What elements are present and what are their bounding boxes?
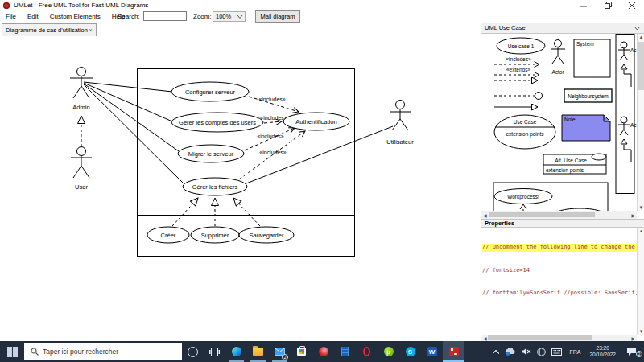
zoom-select[interactable]: 100% — [213, 11, 246, 22]
use-case-comptes[interactable]: Gérer les comptes des users — [171, 113, 263, 132]
microsoft-store-button[interactable] — [291, 341, 312, 362]
scroll-down-icon[interactable]: ▼ — [638, 205, 644, 210]
palette-horizontal-scrollbar[interactable]: ◀ ▶ — [481, 211, 637, 219]
tray-time: 23:20 — [589, 345, 616, 352]
palette-header[interactable]: UML Use Case — [481, 23, 644, 34]
mail-button[interactable]: 2 — [269, 341, 291, 362]
palette-vertical-scrollbar[interactable]: ▲ ▼ — [637, 34, 644, 211]
palette-dashed-circle-line[interactable] — [494, 93, 543, 100]
red-flower-app-button[interactable] — [312, 341, 334, 362]
svg-text:«includes»: «includes» — [257, 134, 284, 139]
word-button[interactable]: W — [421, 341, 443, 362]
palette-actor[interactable]: Actor — [551, 40, 565, 76]
use-case-fichiers[interactable]: Gérer les fichiers — [183, 178, 247, 195]
skype-button[interactable]: S — [399, 341, 421, 362]
palette-workprocess-box[interactable]: Workprocess! — [493, 183, 608, 211]
palette-canvas[interactable]: Use case 1 «includes» «extends» — [481, 34, 637, 211]
svg-text:Ac: Ac — [630, 47, 637, 53]
search-label: Search: — [118, 13, 140, 20]
touch-keyboard-icon[interactable] — [550, 348, 564, 356]
file-explorer-button[interactable] — [247, 341, 269, 362]
menu-custom-elements[interactable]: Custom Elements — [44, 13, 106, 20]
use-case-creer[interactable]: Créer — [147, 227, 189, 243]
palette-use-case-extension[interactable]: Use Case extension points — [494, 115, 555, 149]
taskbar-search-box[interactable]: Taper ici pour rechercher — [24, 343, 182, 360]
use-case-sauvegarder[interactable]: Sauvegarder — [239, 227, 294, 243]
search-input[interactable] — [143, 11, 187, 21]
task-view-button[interactable] — [204, 341, 225, 362]
action-center-button[interactable]: 2 — [621, 347, 641, 356]
actor-user[interactable]: User — [71, 147, 92, 191]
use-case-configurer[interactable]: Configurer serveur — [171, 82, 249, 101]
onedrive-cloud-icon[interactable] — [503, 348, 518, 356]
cortana-button[interactable] — [182, 341, 204, 362]
properties-line: // Uncomment the following line to chang… — [482, 244, 637, 252]
microsoft-store-icon — [297, 348, 306, 356]
scroll-up-icon[interactable]: ▲ — [638, 228, 644, 233]
clock[interactable]: 23:20 20/10/2022 — [586, 345, 619, 358]
properties-vertical-scrollbar[interactable]: ▲ ▼ — [637, 228, 644, 335]
palette-use-case-1[interactable]: Use case 1 — [497, 38, 545, 54]
umlet-taskbar-button[interactable] — [443, 341, 464, 362]
mail-diagram-button[interactable]: Mail diagram — [255, 10, 300, 23]
tray-chevron-up-icon[interactable] — [491, 350, 501, 354]
properties-horizontal-scrollbar[interactable]: ◀ ▶ — [481, 335, 637, 341]
svg-text:Actor: Actor — [551, 69, 564, 75]
menu-edit[interactable]: Edit — [22, 13, 44, 20]
scroll-left-icon[interactable]: ◀ — [483, 335, 487, 341]
scroll-right-icon[interactable]: ▶ — [631, 212, 635, 218]
file-ops-generalizations[interactable] — [172, 198, 260, 226]
scroll-left-icon[interactable]: ◀ — [483, 212, 487, 218]
svg-text:Authentification: Authentification — [295, 118, 336, 125]
tab-close-icon[interactable]: × — [89, 27, 93, 34]
palette-alt-use-case[interactable]: Alt. Use Case extension points — [543, 154, 606, 174]
properties-line: // fontfamily=SansSerif //possible: Sans… — [482, 290, 637, 298]
use-case-supprimer[interactable]: Supprimer — [191, 227, 239, 243]
svg-text:extension points: extension points — [546, 167, 584, 174]
menu-file[interactable]: File — [0, 13, 22, 20]
close-icon[interactable] — [620, 0, 644, 10]
task-view-icon — [209, 348, 220, 356]
scroll-up-icon[interactable]: ▲ — [638, 35, 644, 39]
opera-button[interactable] — [356, 341, 378, 362]
calculator-button[interactable] — [334, 341, 356, 362]
taskbar-search-placeholder: Taper ici pour rechercher — [43, 348, 118, 356]
tray-date: 20/10/2022 — [589, 352, 616, 358]
admin-associations[interactable] — [84, 82, 184, 184]
restore-icon[interactable] — [596, 0, 620, 10]
start-button[interactable] — [0, 341, 24, 362]
notification-icon — [626, 347, 637, 356]
diagram-canvas[interactable]: «includes» «includes» «includes» «includ… — [0, 36, 481, 341]
palette-actor-hierarchy-box[interactable]: Ac Ac — [616, 35, 637, 194]
svg-text:Supprimer: Supprimer — [201, 232, 229, 239]
use-cases: Configurer serveur Gérer les comptes des… — [147, 82, 349, 243]
search-icon — [31, 348, 39, 356]
mail-badge: 2 — [282, 354, 288, 360]
use-case-migrer[interactable]: Migrer le serveur — [178, 145, 244, 162]
properties-editor[interactable]: // Uncomment the following line to chang… — [482, 228, 637, 335]
svg-text:Sauvegarder: Sauvegarder — [250, 232, 284, 239]
zoom-label: Zoom: — [193, 13, 212, 20]
volume-muted-icon[interactable] — [520, 348, 533, 356]
scroll-right-icon[interactable]: ▶ — [631, 335, 635, 341]
minimize-icon[interactable] — [572, 0, 596, 10]
palette-system-box[interactable]: System — [574, 39, 610, 77]
use-case-auth[interactable]: Authentification — [283, 113, 349, 130]
actor-utilisateur[interactable]: Utilisateur — [386, 101, 414, 146]
scroll-down-icon[interactable]: ▼ — [638, 329, 644, 334]
palette-chevron-down-icon[interactable] — [634, 25, 640, 32]
title-bar: UMLet - Free UML Tool for Fast UML Diagr… — [0, 0, 644, 10]
palette-note[interactable]: Note.. — [562, 115, 610, 141]
palette-includes-arrow[interactable]: «includes» — [494, 56, 539, 64]
actor-admin[interactable]: Admin — [70, 68, 93, 112]
palette-neighboursystem-box[interactable]: Neighboursystem — [564, 89, 612, 102]
utorrent-button[interactable]: µ — [378, 341, 399, 362]
palette-extends-arrow[interactable]: «extends» — [494, 67, 539, 75]
language-indicator[interactable]: FRA — [566, 349, 584, 355]
edge-button[interactable] — [225, 341, 247, 362]
network-globe-icon[interactable] — [535, 348, 547, 356]
svg-text:Configurer serveur: Configurer serveur — [185, 88, 236, 96]
zoom-value: 100% — [216, 13, 231, 20]
tab-diagram[interactable]: Diagramme de cas d'utilisation × — [2, 23, 97, 37]
palette-title: UML Use Case — [485, 24, 526, 31]
